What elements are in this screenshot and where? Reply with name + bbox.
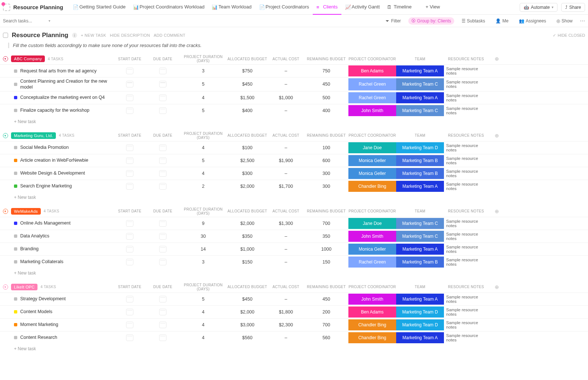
- team-tag[interactable]: Marketing Team D: [396, 319, 444, 330]
- notes-cell[interactable]: Sample resource notes: [444, 232, 488, 241]
- team-tag[interactable]: Marketing Team A: [396, 294, 444, 305]
- status-icon[interactable]: [14, 109, 17, 112]
- view-tab-activity-gantt[interactable]: 📈Activity Gantt: [341, 0, 384, 15]
- task-row[interactable]: Article creation in WebForNewbie5$2,500$…: [0, 154, 588, 167]
- start-date-icon[interactable]: [126, 157, 133, 164]
- column-header-duration[interactable]: PROJECT DURATION (DAYS): [179, 132, 227, 140]
- team-tag[interactable]: Marketing Team D: [396, 306, 444, 318]
- cell-budget[interactable]: $100: [227, 145, 268, 150]
- column-header-actual[interactable]: ACTUAL COST: [268, 285, 304, 289]
- share-button[interactable]: ⤴ Share: [561, 3, 585, 12]
- task-row[interactable]: Moment Marketing4$3,000$2,300700Chandler…: [0, 318, 588, 331]
- column-header-remaining[interactable]: REMAINING BUDGET: [304, 285, 348, 289]
- due-date-icon[interactable]: [159, 81, 166, 87]
- team-tag[interactable]: Marketing Team A: [396, 92, 444, 103]
- chevron-down-icon[interactable]: ▾: [49, 19, 50, 23]
- cell-actual[interactable]: –: [268, 259, 304, 265]
- cell-remaining[interactable]: 600: [304, 158, 348, 163]
- start-date-icon[interactable]: [126, 183, 133, 190]
- group-badge[interactable]: ABC Company: [11, 55, 45, 62]
- column-header-due[interactable]: DUE DATE: [146, 209, 179, 213]
- column-header-remaining[interactable]: REMAINING BUDGET: [304, 209, 348, 213]
- cell-budget[interactable]: $400: [227, 108, 268, 113]
- task-row[interactable]: Online Ads Management9$2,000$1,300700Jan…: [0, 217, 588, 230]
- start-date-icon[interactable]: [126, 107, 133, 114]
- task-row[interactable]: Branding14$1,000–1000Monica GellerMarket…: [0, 243, 588, 255]
- cell-remaining[interactable]: 500: [304, 95, 348, 100]
- cell-remaining[interactable]: 200: [304, 309, 348, 315]
- task-row[interactable]: Request final arts from the ad agency3$7…: [0, 64, 588, 77]
- column-header-notes[interactable]: RESOURCE NOTES: [444, 285, 488, 289]
- notes-cell[interactable]: Sample resource notes: [444, 245, 488, 254]
- status-icon[interactable]: [14, 260, 17, 264]
- coordinator-tag[interactable]: Jane Doe: [348, 218, 396, 229]
- assignees-chip[interactable]: 👥Assignees: [516, 17, 549, 25]
- team-tag[interactable]: Marketing Team C: [396, 105, 444, 116]
- coordinator-tag[interactable]: Rachel Green: [348, 92, 396, 103]
- cell-duration[interactable]: 5: [179, 108, 227, 113]
- notes-cell[interactable]: Sample resource notes: [444, 320, 488, 329]
- due-date-icon[interactable]: [159, 144, 166, 151]
- cell-actual[interactable]: $1,800: [268, 309, 304, 315]
- start-date-icon[interactable]: [126, 220, 133, 227]
- cell-remaining[interactable]: 300: [304, 184, 348, 189]
- task-row[interactable]: Social Media Promotion4$100–100Jane DoeM…: [0, 141, 588, 154]
- coordinator-tag[interactable]: Rachel Green: [348, 78, 396, 90]
- cell-actual[interactable]: –: [268, 145, 304, 150]
- cell-duration[interactable]: 4: [179, 95, 227, 100]
- column-header-due[interactable]: DUE DATE: [146, 133, 179, 137]
- coordinator-tag[interactable]: John Smith: [348, 231, 396, 242]
- cell-budget[interactable]: $450: [227, 82, 268, 87]
- task-row[interactable]: Website Design & Development4$300–300Mon…: [0, 167, 588, 180]
- cell-budget[interactable]: $2,000: [227, 184, 268, 189]
- start-date-icon[interactable]: [126, 334, 133, 341]
- new-task-button[interactable]: + New task: [0, 268, 588, 278]
- status-icon[interactable]: [14, 159, 17, 162]
- status-icon[interactable]: [14, 222, 17, 225]
- automate-button[interactable]: 🤖 Automate ▾: [520, 3, 557, 12]
- cell-budget[interactable]: $450: [227, 297, 268, 302]
- task-row[interactable]: Finalize capacity for the workshop5$400–…: [0, 104, 588, 117]
- coordinator-tag[interactable]: Chandler Bing: [348, 332, 396, 343]
- due-date-icon[interactable]: [159, 309, 166, 315]
- coordinator-tag[interactable]: Monica Geller: [348, 168, 396, 179]
- cell-duration[interactable]: 5: [179, 297, 227, 302]
- start-date-icon[interactable]: [126, 322, 133, 328]
- coordinator-tag[interactable]: Monica Geller: [348, 155, 396, 166]
- column-header-duration[interactable]: PROJECT DURATION (DAYS): [179, 283, 227, 291]
- notes-cell[interactable]: Sample resource notes: [444, 182, 488, 191]
- coordinator-tag[interactable]: John Smith: [348, 105, 396, 116]
- task-row[interactable]: Content Planning and Creation for the ne…: [0, 77, 588, 91]
- cell-duration[interactable]: 2: [179, 184, 227, 189]
- status-icon[interactable]: [14, 323, 17, 326]
- add-column-icon[interactable]: ⊕: [488, 284, 499, 290]
- hide-closed-button[interactable]: ✓HIDE CLOSED: [553, 33, 585, 38]
- notes-cell[interactable]: Sample resource notes: [444, 143, 488, 152]
- task-name[interactable]: Request final arts from the ad agency: [20, 68, 97, 74]
- column-header-team[interactable]: TEAM: [396, 209, 444, 213]
- cell-actual[interactable]: $1,900: [268, 158, 304, 163]
- coordinator-tag[interactable]: Ben Adams: [348, 65, 396, 76]
- notes-cell[interactable]: Sample resource notes: [444, 67, 488, 75]
- column-header-actual[interactable]: ACTUAL COST: [268, 57, 304, 61]
- search-input[interactable]: [3, 18, 47, 24]
- add-column-icon[interactable]: ⊕: [488, 133, 499, 139]
- cell-duration[interactable]: 5: [179, 158, 227, 163]
- cell-duration[interactable]: 30: [179, 234, 227, 239]
- cell-duration[interactable]: 5: [179, 82, 227, 87]
- due-date-icon[interactable]: [159, 220, 166, 227]
- cell-duration[interactable]: 4: [179, 171, 227, 176]
- team-tag[interactable]: Marketing Team B: [396, 155, 444, 166]
- start-date-icon[interactable]: [126, 296, 133, 302]
- coordinator-tag[interactable]: Monica Geller: [348, 244, 396, 255]
- column-header-start[interactable]: START DATE: [113, 209, 146, 213]
- team-tag[interactable]: Marketing Team A: [396, 244, 444, 255]
- status-icon[interactable]: [14, 247, 17, 251]
- view-tab-timeline[interactable]: 🗓Timeline: [383, 0, 415, 15]
- cell-budget[interactable]: $300: [227, 171, 268, 176]
- coordinator-tag[interactable]: Rachel Green: [348, 257, 396, 268]
- task-name[interactable]: Strategy Development: [20, 296, 66, 302]
- view-tab-project-coordinators[interactable]: 📄Project Coordinators: [255, 0, 313, 15]
- cell-duration[interactable]: 3: [179, 259, 227, 265]
- team-tag[interactable]: Marketing Team B: [396, 168, 444, 179]
